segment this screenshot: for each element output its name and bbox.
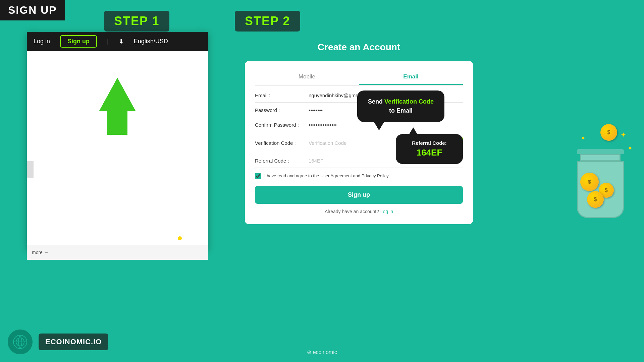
browser-mock: Log in Sign up | ⬇ English/USD ↑ [27,32,208,250]
nav-login[interactable]: Log in [34,38,50,45]
bubble-text-after: to Email [389,107,413,114]
form-title: Create an Account [231,42,486,53]
arrow-up-icon [99,78,136,111]
signup-badge-text: SIGN UP [8,4,57,16]
jar-lid [577,149,624,154]
arrow-up-indicator [99,78,136,111]
referral-title: Referral Code: [404,140,454,146]
speech-bubble: Send Verification Code to Email [357,90,444,122]
signup-button[interactable]: Sign up [255,186,463,204]
nav-signup[interactable]: Sign up [60,35,97,48]
star-2: ✦ [621,131,626,139]
logo-icon [12,334,29,350]
step2-label: STEP 2 [235,11,300,32]
bubble-text-highlight: Verification Code [384,98,434,105]
coin-jar: $ $ $ [574,151,627,218]
jar-neck [580,154,621,161]
browser-nav: Log in Sign up | ⬇ English/USD [27,32,208,51]
browser-content: ↑ [27,51,208,250]
agree-label: I have read and agree to the User Agreem… [264,173,389,179]
bubble-text: Send Verification Code to Email [366,97,436,115]
coin-decoration-area: $ ✦ ✦ ✦ $ $ $ [574,151,627,218]
star-1: ✦ [580,134,586,142]
download-icon: ⬇ [119,38,124,45]
confirm-password-input[interactable]: •••••••••••••••• [309,122,463,128]
login-link[interactable]: Log in [380,209,393,214]
signup-badge: SIGN UP [0,0,65,20]
logo-text-badge: ECOINOMIC.IO [39,334,108,350]
jar-coin-1: $ [580,173,599,191]
side-tab [27,161,34,178]
bubble-text-before: Send [368,98,384,105]
logo-circle [7,328,34,355]
already-account-row: Already have an account? Log in [255,209,463,214]
step1-label: STEP 1 [104,11,169,32]
bottom-center-logo-text: ⊕ ecoinomic [307,349,337,355]
verification-label: Verification Code : [255,140,309,146]
nav-language[interactable]: English/USD [134,38,168,45]
already-account-text: Already have an account? [325,209,379,214]
jar-coin-3: $ [587,191,604,208]
password-label: Password : [255,107,309,113]
star-3: ✦ [627,144,633,152]
yellow-dot-indicator [178,236,182,240]
more-link[interactable]: more → [32,250,49,255]
browser-bottom-bar: more → [27,245,208,260]
tab-mobile[interactable]: Mobile [255,69,359,85]
step2-label-text: STEP 2 [245,14,290,28]
bottom-center-logo: ⊕ ecoinomic [307,349,337,355]
email-label: Email : [255,93,309,98]
logo-text: ECOINOMIC.IO [45,338,102,346]
tab-row: Mobile Email [255,69,463,86]
step1-label-text: STEP 1 [114,14,159,28]
referral-label: Referral Code : [255,158,309,164]
referral-bubble: Referral Code: 164EF [396,134,463,164]
confirm-password-label: Confirm Password : [255,122,309,128]
bottom-logo: ECOINOMIC.IO [7,328,108,355]
confirm-password-field-row: Confirm Password : •••••••••••••••• [255,122,463,132]
coin-1: $ [600,124,617,141]
agree-checkbox[interactable] [255,173,261,179]
checkbox-row: I have read and agree to the User Agreem… [255,173,463,179]
referral-code: 164EF [404,147,454,158]
tab-email[interactable]: Email [359,69,463,85]
nav-divider: | [107,38,109,45]
